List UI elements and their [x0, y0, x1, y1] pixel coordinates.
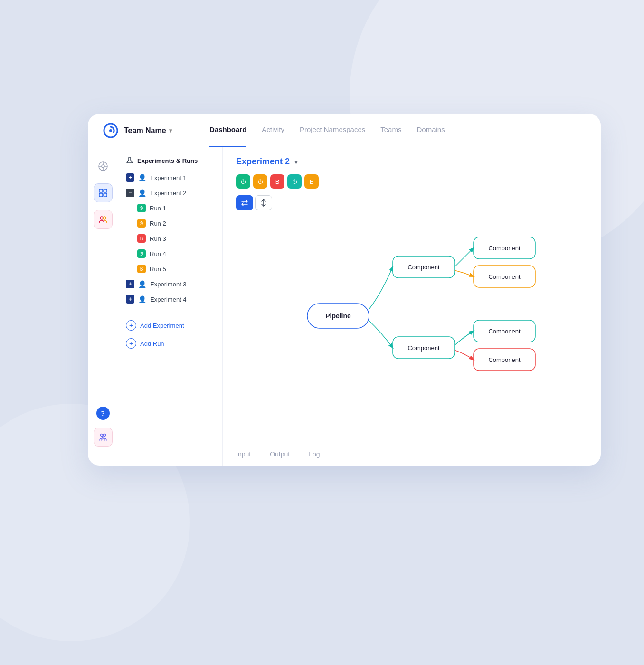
exp1-user-icon: 👤	[138, 174, 146, 181]
tab-domains[interactable]: Domains	[417, 114, 445, 147]
experiment-3-item[interactable]: + 👤 Experiment 3	[118, 276, 222, 292]
svg-rect-8	[99, 189, 103, 192]
bottom-tab-log[interactable]: Log	[309, 448, 320, 460]
add-experiment-label: Add Experiment	[140, 322, 184, 329]
run1-icon: ⏱	[137, 204, 146, 212]
toggle-sort-button[interactable]	[255, 195, 272, 210]
nav-tabs: Dashboard Activity Project Namespaces Te…	[209, 114, 445, 147]
exp2-label: Experiment 2	[150, 190, 187, 197]
svg-rect-11	[104, 193, 107, 197]
run-2-item[interactable]: ⏱ Run 2	[118, 216, 222, 231]
exp2-user-icon: 👤	[138, 189, 146, 197]
app-logo-icon	[103, 123, 118, 138]
run-badge-5[interactable]: B	[304, 174, 319, 189]
run5-label: Run 5	[150, 266, 166, 273]
swap-icon	[240, 199, 249, 207]
svg-text:Component: Component	[488, 328, 521, 335]
experiments-panel-title: Experiments & Runs	[118, 157, 222, 170]
bottom-tab-output[interactable]: Output	[270, 448, 290, 460]
experiment-2-item[interactable]: − 👤 Experiment 2	[118, 185, 222, 200]
view-toggle	[236, 195, 587, 210]
add-experiment-button[interactable]: + Add Experiment	[124, 318, 217, 332]
run-4-item[interactable]: ⏱ Run 4	[118, 246, 222, 261]
svg-text:Pipeline: Pipeline	[325, 312, 351, 320]
exp4-toggle[interactable]: +	[126, 295, 134, 304]
exp-dropdown-icon[interactable]: ▾	[294, 158, 298, 166]
exp4-user-icon: 👤	[138, 295, 146, 303]
experiment-4-item[interactable]: + 👤 Experiment 4	[118, 292, 222, 307]
panel-actions: + Add Experiment + Add Run	[118, 318, 222, 351]
tab-project-namespaces[interactable]: Project Namespaces	[300, 114, 365, 147]
people-icon	[98, 215, 108, 224]
add-run-label: Add Run	[140, 340, 164, 347]
team-name-label: Team Name	[124, 126, 166, 135]
sidebar-icon-people[interactable]	[94, 210, 113, 229]
svg-text:Component: Component	[488, 245, 521, 252]
help-label: ?	[101, 409, 105, 417]
pipeline-diagram: Pipeline Component Component Component C…	[232, 228, 591, 408]
run2-icon: ⏱	[137, 219, 146, 228]
exp3-label: Experiment 3	[150, 281, 187, 288]
svg-point-16	[102, 436, 104, 438]
experiment-title: Experiment 2	[236, 157, 290, 167]
body-layout: ?	[88, 147, 601, 466]
chevron-down-icon: ▾	[169, 127, 172, 134]
exp-title-row: Experiment 2 ▾	[236, 157, 587, 167]
run5-icon: B	[137, 265, 146, 273]
svg-point-1	[109, 129, 112, 132]
exp1-label: Experiment 1	[150, 174, 187, 181]
add-experiment-icon: +	[126, 320, 136, 331]
tab-teams[interactable]: Teams	[380, 114, 401, 147]
experiments-icon	[98, 161, 108, 171]
add-run-button[interactable]: + Add Run	[124, 336, 217, 351]
run-badge-3[interactable]: B	[270, 174, 284, 189]
svg-point-12	[100, 217, 103, 219]
experiments-title: Experiments & Runs	[137, 157, 198, 164]
run-badge-1[interactable]: ⏱	[236, 174, 250, 189]
exp1-toggle[interactable]: +	[126, 173, 134, 182]
run4-label: Run 4	[150, 250, 166, 257]
team-name-button[interactable]: Team Name ▾	[124, 126, 172, 135]
bottom-tab-input[interactable]: Input	[236, 448, 251, 460]
tab-activity[interactable]: Activity	[262, 114, 284, 147]
run2-label: Run 2	[150, 220, 166, 227]
main-card: Team Name ▾ Dashboard Activity Project N…	[88, 114, 601, 466]
svg-point-3	[102, 165, 104, 168]
run-3-item[interactable]: B Run 3	[118, 231, 222, 246]
flask-icon	[126, 157, 133, 164]
experiment-1-item[interactable]: + 👤 Experiment 1	[118, 170, 222, 185]
pipeline-area: Pipeline Component Component Component C…	[223, 218, 601, 442]
run3-label: Run 3	[150, 235, 166, 242]
run-badge-4[interactable]: ⏱	[287, 174, 302, 189]
sidebar-icon-dashboard[interactable]	[94, 183, 113, 202]
svg-text:Component: Component	[407, 344, 440, 352]
experiment-header: Experiment 2 ▾ ⏱ ⏱ B ⏱ B	[223, 147, 601, 218]
exp3-toggle[interactable]: +	[126, 280, 134, 288]
svg-text:Component: Component	[488, 356, 521, 363]
toggle-swap-button[interactable]	[236, 195, 253, 210]
svg-text:Component: Component	[488, 273, 521, 280]
run-1-item[interactable]: ⏱ Run 1	[118, 200, 222, 216]
run1-label: Run 1	[150, 205, 166, 212]
run3-icon: B	[137, 234, 146, 243]
add-run-icon: +	[126, 338, 136, 349]
dashboard-icon	[98, 188, 108, 198]
help-button[interactable]: ?	[96, 407, 110, 420]
sidebar-icon-team[interactable]	[94, 428, 113, 446]
svg-rect-9	[104, 189, 107, 192]
sidebar-icons: ?	[88, 147, 118, 466]
bottom-tabs: Input Output Log	[223, 442, 601, 466]
header: Team Name ▾ Dashboard Activity Project N…	[88, 114, 601, 147]
tab-dashboard[interactable]: Dashboard	[209, 114, 246, 147]
svg-rect-10	[99, 193, 103, 197]
run-status-icons: ⏱ ⏱ B ⏱ B	[236, 174, 587, 189]
exp4-label: Experiment 4	[150, 296, 187, 303]
exp2-toggle[interactable]: −	[126, 189, 134, 197]
experiments-panel: Experiments & Runs + 👤 Experiment 1 − 👤 …	[118, 147, 223, 466]
svg-text:Component: Component	[407, 264, 440, 271]
sidebar-icon-experiments[interactable]	[94, 157, 113, 176]
run-badge-2[interactable]: ⏱	[253, 174, 267, 189]
svg-point-13	[103, 217, 106, 219]
run-5-item[interactable]: B Run 5	[118, 261, 222, 276]
team-icon	[98, 432, 108, 442]
